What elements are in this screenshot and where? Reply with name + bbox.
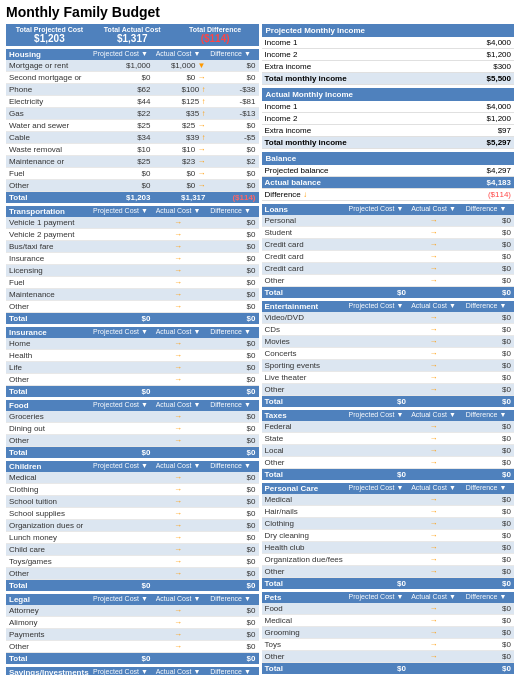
right-column: Projected Monthly Income Income 1$4,000 …	[262, 24, 515, 675]
table-row: Other→$0	[6, 301, 259, 313]
summary-difference: Total Difference ($114)	[174, 26, 257, 44]
table-row: Clothing→$0	[6, 484, 259, 496]
table-row: Medical→$0	[262, 494, 515, 506]
pets-total: Total $0 $0	[262, 663, 515, 674]
income-total-row: Total monthly income$5,297	[262, 137, 515, 149]
taxes-total: Total $0 $0	[262, 469, 515, 480]
personal-care-section: Personal Care Projected Cost ▼ Actual Co…	[262, 483, 515, 589]
table-row: CDs→$0	[262, 324, 515, 336]
income-total-row: Total monthly income$5,500	[262, 73, 515, 85]
table-row: Grooming→$0	[262, 627, 515, 639]
savings-section: Savings/Investments Projected Cost ▼ Act…	[6, 667, 259, 675]
loans-total: Total $0 $0	[262, 287, 515, 298]
savings-header: Savings/Investments Projected Cost ▼ Act…	[6, 667, 259, 675]
table-row: State→$0	[262, 433, 515, 445]
table-row: Groceries→$0	[6, 411, 259, 423]
table-row: Food→$0	[262, 603, 515, 615]
actual-income-panel: Actual Monthly Income Income 1$4,000 Inc…	[262, 88, 515, 149]
personal-care-total: Total $0 $0	[262, 578, 515, 589]
table-row: Home→$0	[6, 338, 259, 350]
table-row: Credit card→$0	[262, 251, 515, 263]
table-row: Medical→$0	[262, 615, 515, 627]
table-row: Dining out→$0	[6, 423, 259, 435]
transportation-header: Transportation Projected Cost ▼ Actual C…	[6, 206, 259, 217]
table-row: Movies→$0	[262, 336, 515, 348]
table-row: Life→$0	[6, 362, 259, 374]
children-total: Total $0 $0	[6, 580, 259, 591]
table-row: Other→$0	[262, 651, 515, 663]
table-row: Mortgage or rent $1,000 $1,000 ▼ $0	[6, 60, 259, 72]
table-row: Second mortgage or $0 $0 → $0	[6, 72, 259, 84]
housing-header: Housing Projected Cost ▼ Actual Cost ▼ D…	[6, 49, 259, 60]
table-row: Attorney→$0	[6, 605, 259, 617]
table-row: Concerts→$0	[262, 348, 515, 360]
table-row: Waste removal $10 $10 → $0	[6, 144, 259, 156]
main-layout: Total Projected Cost $1,203 Total Actual…	[6, 24, 514, 675]
table-row: Other→$0	[6, 374, 259, 386]
table-row: Extra income$97	[262, 125, 515, 137]
personal-care-header: Personal Care Projected Cost ▼ Actual Co…	[262, 483, 515, 494]
table-row: Lunch money→$0	[6, 532, 259, 544]
table-row: Water and sewer $25 $25 → $0	[6, 120, 259, 132]
table-row: Health club→$0	[262, 542, 515, 554]
food-section: Food Projected Cost ▼ Actual Cost ▼ Diff…	[6, 400, 259, 458]
page: Monthly Family Budget Total Projected Co…	[0, 0, 520, 675]
table-row: Extra income$300	[262, 61, 515, 73]
table-row: Cable $34 $39 ↑ -$5	[6, 132, 259, 144]
table-row: School tuition→$0	[6, 496, 259, 508]
table-row: Insurance→$0	[6, 253, 259, 265]
food-header: Food Projected Cost ▼ Actual Cost ▼ Diff…	[6, 400, 259, 411]
loans-header: Loans Projected Cost ▼ Actual Cost ▼ Dif…	[262, 204, 515, 215]
table-row: Credit card→$0	[262, 263, 515, 275]
table-row: Income 2$1,200	[262, 113, 515, 125]
table-row: Licensing→$0	[6, 265, 259, 277]
loans-section: Loans Projected Cost ▼ Actual Cost ▼ Dif…	[262, 204, 515, 298]
table-row: Health→$0	[6, 350, 259, 362]
projected-income-table: Income 1$4,000 Income 2$1,200 Extra inco…	[262, 37, 515, 85]
housing-total: Total $1,203 $1,317 ($114)	[6, 192, 259, 203]
table-row: Income 1$4,000	[262, 101, 515, 113]
table-row: Child care→$0	[6, 544, 259, 556]
taxes-header: Taxes Projected Cost ▼ Actual Cost ▼ Dif…	[262, 410, 515, 421]
housing-section: Housing Projected Cost ▼ Actual Cost ▼ D…	[6, 49, 259, 203]
summary-actual: Total Actual Cost $1,317	[91, 26, 174, 44]
table-row: Toys→$0	[262, 639, 515, 651]
table-row: Bus/taxi fare→$0	[6, 241, 259, 253]
entertainment-section: Entertainment Projected Cost ▼ Actual Co…	[262, 301, 515, 407]
table-row: Other→$0	[262, 384, 515, 396]
children-section: Children Projected Cost ▼ Actual Cost ▼ …	[6, 461, 259, 591]
summary-projected: Total Projected Cost $1,203	[8, 26, 91, 44]
insurance-section: Insurance Projected Cost ▼ Actual Cost ▼…	[6, 327, 259, 397]
table-row: Organization due/fees→$0	[262, 554, 515, 566]
table-row: Projected balance$4,297	[262, 165, 515, 177]
pets-section: Pets Projected Cost ▼ Actual Cost ▼ Diff…	[262, 592, 515, 674]
actual-income-table: Income 1$4,000 Income 2$1,200 Extra inco…	[262, 101, 515, 149]
page-title: Monthly Family Budget	[6, 4, 514, 20]
transportation-section: Transportation Projected Cost ▼ Actual C…	[6, 206, 259, 324]
table-row: Vehicle 2 payment→$0	[6, 229, 259, 241]
table-row: Income 1$4,000	[262, 37, 515, 49]
table-row: Difference ↓($114)	[262, 189, 515, 201]
table-row: Other→$0	[6, 641, 259, 653]
taxes-section: Taxes Projected Cost ▼ Actual Cost ▼ Dif…	[262, 410, 515, 480]
table-row: Income 2$1,200	[262, 49, 515, 61]
table-row: Maintenance→$0	[6, 289, 259, 301]
children-header: Children Projected Cost ▼ Actual Cost ▼ …	[6, 461, 259, 472]
table-row: Medical→$0	[6, 472, 259, 484]
summary-bar: Total Projected Cost $1,203 Total Actual…	[6, 24, 259, 46]
table-row: Organization dues or→$0	[6, 520, 259, 532]
legal-header: Legal Projected Cost ▼ Actual Cost ▼ Dif…	[6, 594, 259, 605]
pets-header: Pets Projected Cost ▼ Actual Cost ▼ Diff…	[262, 592, 515, 603]
table-row: Other→$0	[6, 435, 259, 447]
entertainment-total: Total $0 $0	[262, 396, 515, 407]
table-row: Other→$0	[262, 457, 515, 469]
table-row: Local→$0	[262, 445, 515, 457]
legal-section: Legal Projected Cost ▼ Actual Cost ▼ Dif…	[6, 594, 259, 664]
insurance-header: Insurance Projected Cost ▼ Actual Cost ▼…	[6, 327, 259, 338]
table-row: Electricity $44 $125 ↑ -$81	[6, 96, 259, 108]
table-row: Maintenance or $25 $23 → $2	[6, 156, 259, 168]
table-row: Payments→$0	[6, 629, 259, 641]
left-column: Total Projected Cost $1,203 Total Actual…	[6, 24, 259, 675]
table-row: School supplies→$0	[6, 508, 259, 520]
table-row: Student→$0	[262, 227, 515, 239]
